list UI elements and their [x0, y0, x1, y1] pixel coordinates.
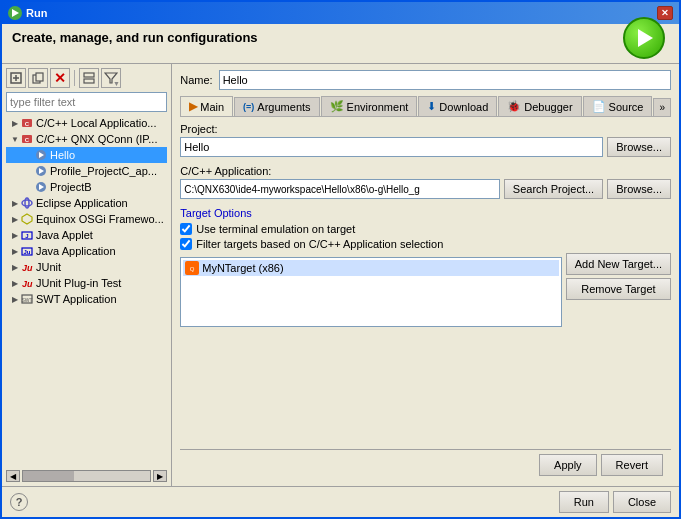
- tree-item-eclipse[interactable]: ▶ Eclipse Application: [6, 195, 167, 211]
- tab-debugger-label: Debugger: [524, 101, 572, 113]
- expand-cpp-qnx-icon: ▼: [10, 134, 20, 144]
- cpp-app-browse-button[interactable]: Browse...: [607, 179, 671, 199]
- tabs-row: ▶ Main (=) Arguments 🌿 Environment ⬇ Dow…: [180, 96, 671, 117]
- name-input[interactable]: [219, 70, 671, 90]
- tree-item-java-applet[interactable]: ▶ J Java Applet: [6, 227, 167, 243]
- right-panel: Name: ▶ Main (=) Arguments 🌿 Environment: [172, 64, 679, 486]
- config-tree: ▶ C C/C++ Local Applicatio... ▼ C C/C++ …: [6, 115, 167, 468]
- junit-plugin-icon: Ju: [20, 276, 34, 290]
- debugger-tab-icon: 🐞: [507, 100, 521, 113]
- tree-label-equinox: Equinox OSGi Framewo...: [36, 213, 164, 225]
- tab-download-label: Download: [439, 101, 488, 113]
- new-config-button[interactable]: [6, 68, 26, 88]
- main-tab-content: Project: Browse... C/C++ Application: Se…: [180, 123, 671, 449]
- project-input[interactable]: [180, 137, 603, 157]
- svg-marker-0: [12, 9, 19, 17]
- content-area: ✕ ▼ ▶ C C/C++ Local Applicat: [2, 63, 679, 486]
- project-browse-button[interactable]: Browse...: [607, 137, 671, 157]
- tree-label-eclipse: Eclipse Application: [36, 197, 128, 209]
- run-dialog: Run ✕ Create, manage, and run configurat…: [0, 0, 681, 519]
- tree-item-java-app[interactable]: ▶ Ju Java Application: [6, 243, 167, 259]
- filter-button[interactable]: ▼: [101, 68, 121, 88]
- target-device-icon: Q: [185, 261, 199, 275]
- tab-main[interactable]: ▶ Main: [180, 96, 233, 117]
- cpp-app-input[interactable]: [180, 179, 500, 199]
- cpp-local-icon: C: [20, 116, 34, 130]
- horizontal-scrollbar[interactable]: ◀ ▶: [6, 470, 167, 482]
- tree-item-junit[interactable]: ▶ Ju JUnit: [6, 259, 167, 275]
- eclipse-icon: [20, 196, 34, 210]
- svg-marker-21: [22, 214, 32, 224]
- scroll-left-button[interactable]: ◀: [6, 470, 20, 482]
- cpp-app-label: C/C++ Application:: [180, 165, 671, 177]
- run-config-button[interactable]: [623, 17, 665, 59]
- apply-button[interactable]: Apply: [539, 454, 597, 476]
- help-button[interactable]: ?: [10, 493, 28, 511]
- duplicate-config-button[interactable]: [28, 68, 48, 88]
- tree-item-hello[interactable]: Hello: [6, 147, 167, 163]
- scroll-right-button[interactable]: ▶: [153, 470, 167, 482]
- tree-label-cpp-local: C/C++ Local Applicatio...: [36, 117, 156, 129]
- svg-rect-6: [84, 73, 94, 77]
- tree-label-cpp-qnx: C/C++ QNX QConn (IP...: [36, 133, 157, 145]
- svg-rect-7: [84, 79, 94, 83]
- svg-text:J: J: [25, 233, 28, 239]
- tab-arguments[interactable]: (=) Arguments: [234, 97, 319, 116]
- remove-target-button[interactable]: Remove Target: [566, 278, 671, 300]
- list-item[interactable]: Q MyNTarget (x86): [183, 260, 559, 276]
- checkbox-filter-targets[interactable]: [180, 238, 192, 250]
- svg-text:Ju: Ju: [22, 263, 33, 273]
- checkbox-terminal-label: Use terminal emulation on target: [196, 223, 355, 235]
- tree-item-projectb[interactable]: ProjectB: [6, 179, 167, 195]
- tab-environment[interactable]: 🌿 Environment: [321, 96, 418, 116]
- tab-debugger[interactable]: 🐞 Debugger: [498, 96, 581, 116]
- tab-arguments-label: Arguments: [257, 101, 310, 113]
- search-project-button[interactable]: Search Project...: [504, 179, 603, 199]
- tab-source[interactable]: 📄 Source: [583, 96, 653, 116]
- hello-icon: [34, 148, 48, 162]
- tree-label-java-applet: Java Applet: [36, 229, 93, 241]
- delete-config-button[interactable]: ✕: [50, 68, 70, 88]
- tab-download[interactable]: ⬇ Download: [418, 96, 497, 116]
- tree-item-equinox[interactable]: ▶ Equinox OSGi Framewo...: [6, 211, 167, 227]
- expand-equinox-icon: ▶: [10, 214, 20, 224]
- swt-icon: SWT: [20, 292, 34, 306]
- svg-text:Q: Q: [190, 266, 195, 272]
- more-tabs-button[interactable]: »: [653, 98, 671, 116]
- source-tab-icon: 📄: [592, 100, 606, 113]
- tree-label-projectb: ProjectB: [50, 181, 92, 193]
- project-row: Browse...: [180, 137, 671, 157]
- tree-item-junit-plugin[interactable]: ▶ Ju JUnit Plug-in Test: [6, 275, 167, 291]
- project-field-group: Project: Browse...: [180, 123, 671, 157]
- add-target-button[interactable]: Add New Target...: [566, 253, 671, 275]
- action-buttons-bar: Apply Revert: [180, 449, 671, 480]
- projectb-icon: [34, 180, 48, 194]
- left-toolbar: ✕ ▼: [6, 68, 167, 88]
- expand-eclipse-icon: ▶: [10, 198, 20, 208]
- junit-icon: Ju: [20, 260, 34, 274]
- svg-text:C: C: [25, 137, 30, 143]
- profile-icon: [34, 164, 48, 178]
- svg-text:Ju: Ju: [23, 249, 30, 255]
- target-options-group: Target Options Use terminal emulation on…: [180, 207, 671, 327]
- scroll-thumb: [23, 471, 74, 481]
- target-buttons: Add New Target... Remove Target: [566, 253, 671, 300]
- revert-button[interactable]: Revert: [601, 454, 663, 476]
- close-button[interactable]: Close: [613, 491, 671, 513]
- target-label: MyNTarget (x86): [202, 262, 283, 274]
- tree-item-cpp-qnx[interactable]: ▼ C C/C++ QNX QConn (IP...: [6, 131, 167, 147]
- target-options-label: Target Options: [180, 207, 671, 219]
- tree-item-profile[interactable]: Profile_ProjectC_ap...: [6, 163, 167, 179]
- tree-item-cpp-local[interactable]: ▶ C C/C++ Local Applicatio...: [6, 115, 167, 131]
- expand-junit-icon: ▶: [10, 262, 20, 272]
- equinox-icon: [20, 212, 34, 226]
- tree-label-profile: Profile_ProjectC_ap...: [50, 165, 157, 177]
- run-button[interactable]: Run: [559, 491, 609, 513]
- scroll-track[interactable]: [22, 470, 151, 482]
- collapse-button[interactable]: [79, 68, 99, 88]
- expand-cpp-local-icon: ▶: [10, 118, 20, 128]
- checkbox-terminal[interactable]: [180, 223, 192, 235]
- filter-input[interactable]: [6, 92, 167, 112]
- tree-label-java-app: Java Application: [36, 245, 116, 257]
- tree-item-swt-app[interactable]: ▶ SWT SWT Application: [6, 291, 167, 307]
